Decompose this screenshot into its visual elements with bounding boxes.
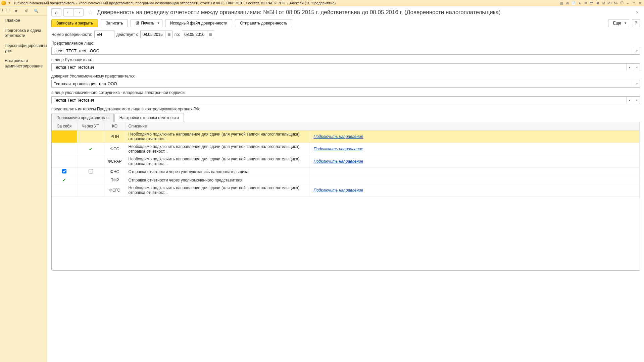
tb-icon-1[interactable]: ▦ (559, 1, 564, 5)
cell-desc: Отправка отчетности через учетную запись… (126, 168, 309, 176)
search-icon[interactable]: 🔍 (34, 8, 39, 14)
home-button[interactable]: ⌂ (51, 8, 61, 16)
command-toolbar: Записать и закрыть Записать 🖶 Печать ▼ И… (51, 19, 640, 27)
tb-icon-5[interactable]: ⧉ (583, 1, 588, 5)
cell-self[interactable] (52, 155, 77, 168)
history-icon[interactable]: ↺ (23, 8, 29, 14)
cell-via[interactable] (77, 168, 104, 176)
valid-from-input[interactable] (141, 31, 165, 38)
page-header: ⌂ ← → ☆ Доверенность на передачу отчетно… (51, 8, 640, 16)
table-row[interactable]: ФНСОтправка отчетности через учетную зап… (52, 168, 640, 176)
cell-self[interactable] (52, 131, 77, 143)
open-icon[interactable]: ↗ (633, 97, 640, 104)
cell-self[interactable] (52, 168, 77, 176)
tb-icon-2[interactable]: 🖶 (565, 1, 570, 5)
emp-input[interactable] (52, 97, 626, 104)
tabs: Полномочия представителя Настройки отпра… (51, 113, 640, 122)
page-favorite-icon[interactable]: ☆ (88, 9, 93, 16)
tb-icon-4[interactable]: ★ (577, 1, 582, 5)
cell-via[interactable] (77, 131, 104, 143)
connect-link[interactable]: Подключить направление (314, 159, 363, 164)
calendar-icon[interactable]: ▦ (165, 31, 172, 38)
printer-icon: 🖶 (136, 21, 140, 25)
calc-mplus[interactable]: M+ (607, 1, 612, 5)
valid-to-input[interactable] (182, 31, 207, 38)
maximize-icon[interactable]: □ (631, 1, 637, 5)
info-icon[interactable]: ⓘ (619, 1, 625, 5)
page-close-icon[interactable]: × (635, 10, 640, 15)
th-via[interactable]: Через УП (77, 122, 104, 131)
number-label: Номер доверенности: (51, 32, 92, 37)
save-close-button[interactable]: Записать и закрыть (51, 19, 98, 27)
sidebar-item-main[interactable]: Главное (0, 16, 47, 26)
cell-ko: ПФР (104, 176, 126, 184)
table-row[interactable]: ✔ПФРОтправка отчетности через уполномоче… (52, 176, 640, 184)
menu-grid-icon[interactable]: ⋮⋮⋮ (3, 8, 9, 14)
nav-back-button[interactable]: ← (63, 8, 73, 16)
sidebar-toolbar: ⋮⋮⋮ ★ ↺ 🔍 (0, 6, 47, 16)
checkbox[interactable] (62, 169, 66, 173)
save-button[interactable]: Записать (101, 19, 128, 27)
cell-desc: Необходимо подключить направление для сд… (126, 143, 309, 155)
cell-self[interactable] (52, 143, 77, 155)
close-icon[interactable]: ✕ (637, 1, 643, 5)
open-icon[interactable]: ↗ (633, 64, 640, 71)
checkbox[interactable] (89, 169, 93, 173)
settings-table-wrap: За себя Через УП КО Описание РПННеобходи… (51, 122, 640, 271)
tab-send-settings[interactable]: Настройки отправки отчетности (114, 113, 184, 122)
dropdown-icon[interactable]: ▾ (626, 97, 633, 104)
tb-icon-6[interactable]: 🗔 (589, 1, 594, 5)
rep-input[interactable] (52, 80, 633, 87)
nav-forward-button[interactable]: → (73, 8, 84, 16)
tab-powers[interactable]: Полномочия представителя (51, 113, 114, 122)
cell-self[interactable] (52, 184, 77, 197)
app-menu-dropdown[interactable]: ▼ (7, 1, 11, 5)
table-row[interactable]: ФСРАРНеобходимо подключить направление д… (52, 155, 640, 168)
minimize-icon[interactable]: – (625, 1, 631, 5)
cell-self[interactable]: ✔ (52, 176, 77, 184)
source-file-button[interactable]: Исходный файл доверенности (165, 19, 233, 27)
table-row[interactable]: ФСГСНеобходимо подключить направление дл… (52, 184, 640, 197)
org-label: Представляемое лицо: (51, 41, 640, 46)
sidebar-item-reporting[interactable]: Подготовка и сдача отчетности (0, 26, 47, 41)
org-input[interactable] (52, 47, 633, 54)
cell-desc: Необходимо подключить направление для сд… (126, 184, 309, 197)
connect-link[interactable]: Подключить направление (314, 147, 363, 151)
cell-action: Подключить направление (309, 131, 640, 143)
favorite-star-icon[interactable]: ★ (13, 8, 19, 14)
th-desc[interactable]: Описание (126, 122, 640, 131)
connect-link[interactable]: Подключить направление (314, 134, 363, 139)
cell-ko: ФНС (104, 168, 126, 176)
cell-via[interactable]: ✔ (77, 143, 104, 155)
table-row[interactable]: ✔ФССНеобходимо подключить направление дл… (52, 143, 640, 155)
help-button[interactable]: ? (632, 19, 640, 27)
more-button[interactable]: Еще ▼ (608, 19, 629, 27)
connect-link[interactable]: Подключить направление (314, 188, 363, 193)
number-input[interactable] (94, 31, 114, 38)
valid-from-field: ▦ (140, 31, 172, 38)
more-label: Еще (613, 21, 621, 25)
open-icon[interactable]: ↗ (633, 47, 640, 54)
cell-via[interactable] (77, 155, 104, 168)
cell-via[interactable] (77, 176, 104, 184)
titlebar: ▼ 1С:Уполномоченный представитель / Упол… (0, 0, 644, 6)
calc-m[interactable]: M (601, 1, 606, 5)
rep-field: ↗ (51, 80, 640, 88)
sidebar-item-personified[interactable]: Персонифицированный учет (0, 41, 47, 56)
calc-mminus[interactable]: M- (613, 1, 618, 5)
dropdown-icon[interactable]: ▾ (626, 64, 633, 71)
calendar-icon[interactable]: ▦ (207, 31, 214, 38)
table-row[interactable]: РПННеобходимо подключить направление для… (52, 131, 640, 143)
print-button[interactable]: 🖶 Печать ▼ (131, 19, 162, 27)
send-button[interactable]: Отправить доверенность (235, 19, 292, 27)
th-self[interactable]: За себя (52, 122, 77, 131)
sidebar: ⋮⋮⋮ ★ ↺ 🔍 Главное Подготовка и сдача отч… (0, 6, 47, 362)
cell-via[interactable] (77, 184, 104, 197)
head-input[interactable] (52, 64, 626, 71)
sidebar-item-settings[interactable]: Настройка и администрирование (0, 56, 47, 71)
check-icon: ✔ (62, 177, 66, 183)
tb-icon-3[interactable]: 📄 (571, 1, 576, 5)
th-ko[interactable]: КО (104, 122, 126, 131)
tb-icon-7[interactable]: 🖩 (595, 1, 600, 5)
open-icon[interactable]: ↗ (633, 80, 640, 87)
